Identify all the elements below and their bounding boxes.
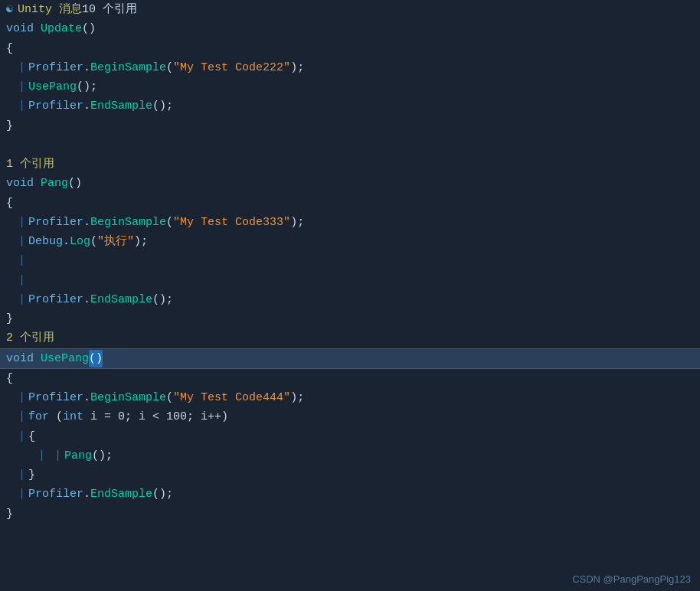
pang-brace-close: } bbox=[0, 309, 700, 328]
update-line1: | Profiler.BeginSample("My Test Code222"… bbox=[0, 58, 700, 77]
usepang-for-loop: | for (int i = 0; i < 100; i++) bbox=[0, 407, 700, 426]
usepang-line3: | Profiler.EndSample(); bbox=[0, 485, 700, 504]
empty-line-1 bbox=[0, 136, 700, 155]
usepang-method-decl: void UsePang() bbox=[0, 348, 700, 369]
update-brace-close: } bbox=[0, 116, 700, 136]
usepang-function-name: UsePang bbox=[41, 350, 89, 367]
void-keyword: void bbox=[6, 20, 41, 38]
unity-icon: ☯ bbox=[6, 1, 13, 18]
pang-ref-count: 1 个引用 bbox=[0, 155, 700, 174]
usepang-brace-open: { bbox=[0, 369, 700, 388]
pang-empty-1: | bbox=[0, 251, 700, 270]
watermark: CSDN @PangPangPig123 bbox=[572, 573, 691, 585]
pang-line1: | Profiler.BeginSample("My Test Code333"… bbox=[0, 213, 700, 232]
update-function-name: Update bbox=[41, 20, 82, 38]
usepang-pang-call: | | Pang(); bbox=[0, 446, 700, 465]
update-method-decl: void Update() bbox=[0, 19, 700, 38]
usepang-for-brace-close: | } bbox=[0, 465, 700, 485]
usepang-ref-count: 2 个引用 bbox=[0, 328, 700, 348]
unity-header-text: Unity 消息 bbox=[18, 1, 82, 18]
pang-function-name: Pang bbox=[41, 175, 68, 192]
pang-line2: | Debug.Log("执行"); bbox=[0, 232, 700, 251]
usepang-for-brace-open: | { bbox=[0, 427, 700, 446]
update-line2: | UsePang(); bbox=[0, 77, 700, 96]
pang-empty-2: | bbox=[0, 271, 700, 290]
usepang-line1: | Profiler.BeginSample("My Test Code444"… bbox=[0, 388, 700, 407]
pang-line3: | Profiler.EndSample(); bbox=[0, 290, 700, 309]
code-container: ☯ Unity 消息10 个引用 void Update() { | Profi… bbox=[0, 0, 700, 591]
update-brace-open: { bbox=[0, 39, 700, 58]
usepang-brace-close: } bbox=[0, 504, 700, 524]
pang-method-decl: void Pang() bbox=[0, 174, 700, 193]
update-line3: | Profiler.EndSample(); bbox=[0, 96, 700, 116]
usepang-call: UsePang bbox=[28, 78, 77, 96]
unity-header-line: ☯ Unity 消息10 个引用 bbox=[0, 0, 700, 19]
pang-brace-open: { bbox=[0, 194, 700, 213]
